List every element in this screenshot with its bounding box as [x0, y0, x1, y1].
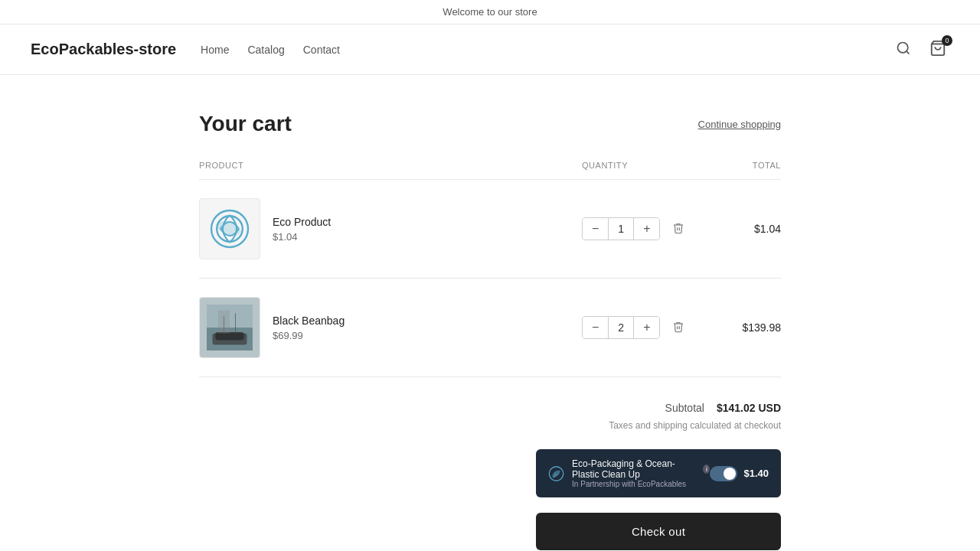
banner-text: Welcome to our store	[443, 6, 537, 18]
header-right: 0	[893, 37, 949, 62]
col-quantity-header: Quantity	[582, 161, 704, 170]
checkout-button[interactable]: Check out	[536, 513, 781, 550]
nav-catalog[interactable]: Catalog	[247, 44, 284, 56]
continue-shopping-link[interactable]: Continue shopping	[698, 119, 781, 130]
qty-value-beanbag: 2	[608, 317, 634, 338]
product-col-eco: Eco Product $1.04	[199, 198, 582, 259]
eco-toggle: $1.40	[710, 466, 769, 481]
eco-text-main: Eco-Packaging & Ocean-Plastic Clean Up i	[572, 458, 710, 480]
qty-increase-beanbag[interactable]: +	[634, 317, 659, 338]
top-banner: Welcome to our store	[0, 0, 980, 24]
product-col-beanbag: Black Beanbag $69.99	[199, 297, 582, 358]
delete-eco-button[interactable]	[669, 219, 688, 240]
qty-decrease-beanbag[interactable]: −	[583, 317, 608, 338]
eco-banner-left: Eco-Packaging & Ocean-Plastic Clean Up i…	[548, 458, 710, 488]
eco-product-svg	[207, 206, 253, 252]
tax-note: Taxes and shipping calculated at checkou…	[609, 420, 781, 431]
qty-value-eco: 1	[608, 218, 634, 240]
eco-info-icon[interactable]: i	[703, 465, 710, 474]
beanbag-svg	[207, 305, 253, 350]
nav-contact[interactable]: Contact	[303, 44, 340, 56]
product-price-eco: $1.04	[273, 231, 331, 243]
subtotal-value: $141.02 USD	[717, 402, 781, 414]
qty-increase-eco[interactable]: +	[634, 218, 659, 240]
subtotal-section: Subtotal $141.02 USD Taxes and shipping …	[199, 402, 781, 550]
cart-item-eco-product: Eco Product $1.04 − 1 + $1.04	[199, 180, 781, 279]
main-content: Your cart Continue shopping Product Quan…	[184, 75, 796, 551]
cart-title: Your cart	[199, 112, 292, 136]
qty-control-beanbag: − 2 +	[582, 316, 660, 339]
qty-control-eco: − 1 +	[582, 217, 660, 240]
svg-point-0	[898, 43, 908, 53]
subtotal-label: Subtotal	[665, 402, 704, 414]
trash-icon-beanbag	[672, 321, 684, 333]
eco-toggle-knob	[724, 468, 736, 480]
product-name-beanbag: Black Beanbag	[273, 315, 345, 327]
product-image-beanbag	[199, 297, 260, 358]
col-product-header: Product	[199, 161, 582, 170]
svg-rect-11	[218, 311, 230, 334]
cart-header: Your cart Continue shopping	[199, 112, 781, 136]
eco-packaging-banner: Eco-Packaging & Ocean-Plastic Clean Up i…	[536, 449, 781, 497]
cart-item-beanbag: Black Beanbag $69.99 − 2 + $139.98	[199, 279, 781, 377]
eco-leaf-icon	[548, 463, 564, 484]
header: EcoPackables-store Home Catalog Contact …	[0, 24, 980, 75]
svg-line-1	[906, 51, 910, 54]
store-name-link[interactable]: EcoPackables-store	[31, 41, 176, 58]
eco-toggle-switch[interactable]	[710, 466, 737, 481]
delete-beanbag-button[interactable]	[669, 318, 688, 338]
total-eco: $1.04	[704, 223, 781, 235]
quantity-col-beanbag: − 2 +	[582, 316, 704, 339]
col-total-header: Total	[704, 161, 781, 170]
search-icon	[896, 41, 911, 56]
main-nav: Home Catalog Contact	[201, 44, 340, 56]
header-left: EcoPackables-store Home Catalog Contact	[31, 41, 340, 58]
search-button[interactable]	[893, 37, 914, 61]
product-name-eco: Eco Product	[273, 216, 331, 228]
product-info-eco: Eco Product $1.04	[273, 216, 331, 243]
eco-packaging-price: $1.40	[743, 468, 769, 479]
trash-icon-eco	[672, 222, 684, 234]
eco-text-block: Eco-Packaging & Ocean-Plastic Clean Up i…	[572, 458, 710, 488]
quantity-col-eco: − 1 +	[582, 217, 704, 240]
total-beanbag: $139.98	[704, 321, 781, 334]
cart-badge: 0	[942, 35, 952, 46]
product-price-beanbag: $69.99	[273, 330, 345, 341]
table-headers: Product Quantity Total	[199, 161, 781, 180]
svg-rect-8	[215, 332, 244, 341]
nav-home[interactable]: Home	[201, 44, 229, 56]
eco-packaging-text: Eco-Packaging & Ocean-Plastic Clean Up	[572, 458, 700, 480]
cart-button[interactable]: 0	[926, 37, 949, 62]
qty-decrease-eco[interactable]: −	[583, 218, 608, 240]
product-info-beanbag: Black Beanbag $69.99	[273, 315, 345, 341]
eco-text-sub: In Partnership with EcoPackables	[572, 480, 710, 488]
product-image-eco	[199, 198, 260, 259]
subtotal-row: Subtotal $141.02 USD	[665, 402, 781, 414]
